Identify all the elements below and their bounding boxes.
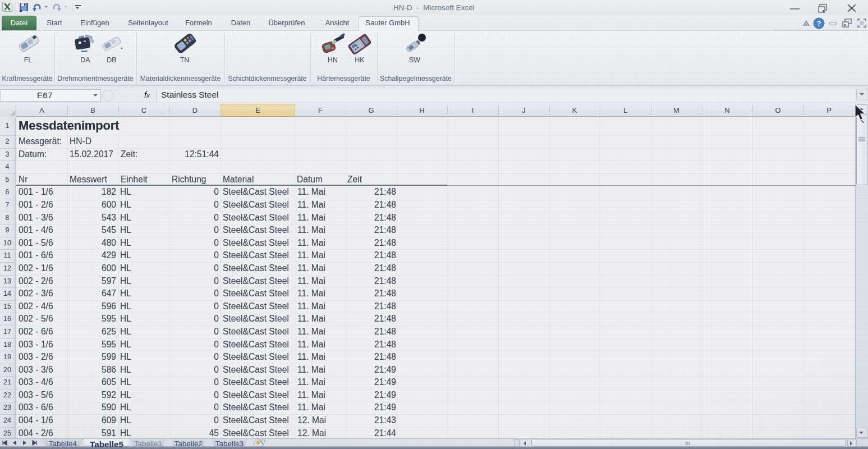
svg-text:?: ? [817, 19, 821, 28]
